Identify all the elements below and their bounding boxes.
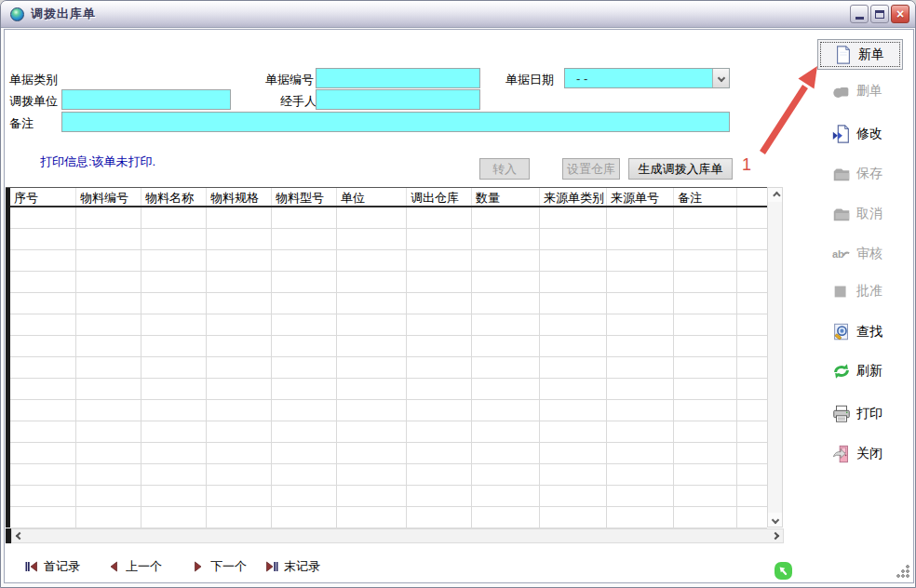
grid-cell[interactable] xyxy=(10,229,76,249)
grid-cell[interactable] xyxy=(337,421,407,442)
prev-record-button[interactable]: 上一个 xyxy=(106,558,162,575)
grid-cell[interactable] xyxy=(337,293,407,314)
table-row[interactable] xyxy=(10,272,767,293)
grid-cell[interactable] xyxy=(407,272,472,292)
grid-cell[interactable] xyxy=(76,507,141,528)
grid-cell[interactable] xyxy=(407,486,472,506)
table-row[interactable] xyxy=(10,314,767,336)
grid-cell[interactable] xyxy=(407,443,472,463)
grid-cell[interactable] xyxy=(337,379,407,399)
handler-input[interactable] xyxy=(316,89,480,110)
grid-cell[interactable] xyxy=(76,293,141,314)
grid-cell[interactable] xyxy=(207,314,272,335)
grid-cell[interactable] xyxy=(10,379,76,399)
grid-cell[interactable] xyxy=(472,336,540,356)
grid-cell[interactable] xyxy=(540,486,607,506)
grid-cell[interactable] xyxy=(674,293,737,314)
grid-cell[interactable] xyxy=(10,207,76,228)
first-record-button[interactable]: 首记录 xyxy=(24,558,80,575)
grid-cell[interactable] xyxy=(10,421,76,442)
grid-cell[interactable] xyxy=(207,486,272,506)
refresh-button[interactable]: 刷新 xyxy=(809,354,906,388)
transfer-unit-input[interactable] xyxy=(61,89,231,110)
grid-cell[interactable] xyxy=(407,357,472,378)
grid-cell[interactable] xyxy=(76,357,141,378)
table-row[interactable] xyxy=(10,486,767,507)
grid-cell[interactable] xyxy=(540,336,607,356)
grid-cell[interactable] xyxy=(141,400,207,421)
grid-cell[interactable] xyxy=(10,486,76,506)
grid-cell[interactable] xyxy=(10,336,76,356)
table-row[interactable] xyxy=(10,421,767,443)
grid-cell[interactable] xyxy=(272,357,337,378)
grid-cell[interactable] xyxy=(540,293,607,314)
grid-cell[interactable] xyxy=(141,207,207,228)
grid-cell[interactable] xyxy=(76,400,141,421)
grid-cell[interactable] xyxy=(272,421,337,442)
grid-cell[interactable] xyxy=(472,272,540,292)
grid-cell[interactable] xyxy=(472,229,540,249)
grid-cell[interactable] xyxy=(540,357,607,378)
grid-cell[interactable] xyxy=(10,357,76,378)
grid-cell[interactable] xyxy=(10,272,76,292)
grid-cell[interactable] xyxy=(407,379,472,399)
grid-cell[interactable] xyxy=(472,379,540,399)
grid-cell[interactable] xyxy=(207,443,272,463)
close-form-button[interactable]: 关闭 xyxy=(809,437,906,471)
grid-cell[interactable] xyxy=(674,507,737,528)
grid-cell[interactable] xyxy=(76,250,141,271)
table-row[interactable] xyxy=(10,464,767,486)
delete-order-button[interactable]: 删单 xyxy=(809,74,906,108)
grid-cell[interactable] xyxy=(607,379,674,399)
grid-cell[interactable] xyxy=(141,293,207,314)
grid-cell[interactable] xyxy=(607,250,674,271)
chevron-right-icon[interactable] xyxy=(772,532,779,540)
table-row[interactable] xyxy=(10,443,767,464)
grid-cell[interactable] xyxy=(207,207,272,228)
grid-cell[interactable] xyxy=(607,229,674,249)
table-row[interactable] xyxy=(10,357,767,379)
grid-cell[interactable] xyxy=(141,443,207,463)
grid-cell[interactable] xyxy=(540,272,607,292)
grid-cell[interactable] xyxy=(141,379,207,399)
grid-cell[interactable] xyxy=(272,314,337,335)
grid-cell[interactable] xyxy=(10,443,76,463)
grid-cell[interactable] xyxy=(207,507,272,528)
table-row[interactable] xyxy=(10,379,767,400)
grid-cell[interactable] xyxy=(607,272,674,292)
grid-cell[interactable] xyxy=(207,229,272,249)
grid-cell[interactable] xyxy=(272,336,337,356)
grid-cell[interactable] xyxy=(607,486,674,506)
scroll-down-button[interactable] xyxy=(768,513,782,527)
find-button[interactable]: 查找 xyxy=(809,315,906,349)
table-row[interactable] xyxy=(10,229,767,250)
grid-cell[interactable] xyxy=(207,293,272,314)
grid-cell[interactable] xyxy=(337,486,407,506)
table-row[interactable] xyxy=(10,400,767,421)
grid-cell[interactable] xyxy=(76,464,141,485)
grid-cell[interactable] xyxy=(76,421,141,442)
grid-cell[interactable] xyxy=(272,207,337,228)
grid-cell[interactable] xyxy=(141,486,207,506)
grid-cell[interactable] xyxy=(540,443,607,463)
grid-cell[interactable] xyxy=(607,421,674,442)
grid-cell[interactable] xyxy=(141,507,207,528)
grid-cell[interactable] xyxy=(337,314,407,335)
grid-cell[interactable] xyxy=(272,229,337,249)
table-row[interactable] xyxy=(10,507,767,528)
grid-cell[interactable] xyxy=(76,272,141,292)
minimize-button[interactable] xyxy=(850,5,869,23)
close-button[interactable]: × xyxy=(891,5,909,23)
generate-inbound-order-button[interactable]: 生成调拨入库单 xyxy=(628,158,733,180)
grid-cell[interactable] xyxy=(472,293,540,314)
maximize-button[interactable] xyxy=(870,5,889,23)
grid-cell[interactable] xyxy=(674,272,737,292)
grid-cell[interactable] xyxy=(10,507,76,528)
grid-cell[interactable] xyxy=(607,293,674,314)
grid-cell[interactable] xyxy=(337,443,407,463)
grid-cell[interactable] xyxy=(472,314,540,335)
grid-cell[interactable] xyxy=(141,229,207,249)
transfer-in-button[interactable]: 转入 xyxy=(479,158,530,180)
grid-cell[interactable] xyxy=(540,229,607,249)
grid-cell[interactable] xyxy=(207,464,272,485)
